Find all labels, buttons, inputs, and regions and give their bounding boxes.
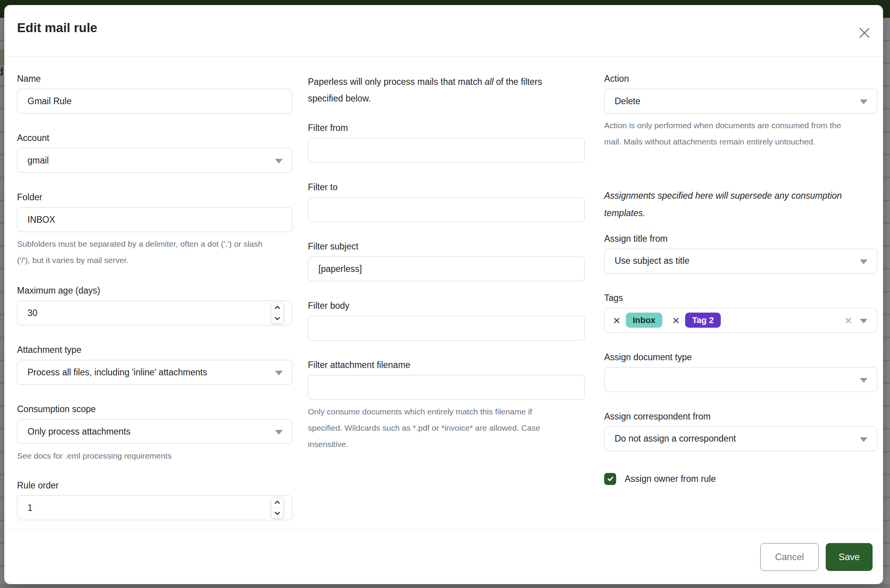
assign-document-type-group: Assign document type xyxy=(604,352,877,392)
maximum-age-label: Maximum age (days) xyxy=(17,285,292,296)
rule-order-label: Rule order xyxy=(17,480,292,491)
filter-subject-input[interactable] xyxy=(308,256,585,281)
attachment-type-select[interactable]: Process all files, including 'inline' at… xyxy=(17,360,292,385)
folder-group: Folder Subfolders must be separated by a… xyxy=(17,192,292,268)
assign-title-from-select[interactable]: Use subject as title xyxy=(604,249,877,273)
assign-owner-label: Assign owner from rule xyxy=(625,474,716,484)
attachment-type-label: Attachment type xyxy=(17,345,292,355)
filter-attachment-filename-input[interactable] xyxy=(308,375,585,400)
remove-tag-icon[interactable]: × xyxy=(613,314,620,327)
action-select-value: Delete xyxy=(615,96,640,107)
assign-title-from-group: Assign title from Use subject as title xyxy=(604,234,877,273)
filter-from-group: Filter from xyxy=(308,123,585,163)
filter-to-group: Filter to xyxy=(308,182,585,222)
tags-select[interactable]: × Inbox × Tag 2 × xyxy=(604,308,877,333)
modal-footer: Cancel Save xyxy=(4,529,883,584)
filter-subject-group: Filter subject xyxy=(308,241,585,281)
assign-correspondent-from-label: Assign correspondent from xyxy=(604,411,877,422)
assign-document-type-select[interactable] xyxy=(604,367,877,392)
chevron-down-icon xyxy=(860,319,868,323)
chevron-down-icon xyxy=(275,371,283,375)
action-label: Action xyxy=(604,74,877,84)
rule-order-input[interactable] xyxy=(17,495,292,520)
chevron-down-icon xyxy=(860,100,868,104)
chevron-down-icon xyxy=(860,260,868,264)
filter-attachment-filename-help: Only consume documents which entirely ma… xyxy=(308,404,562,452)
remove-tag-icon[interactable]: × xyxy=(672,314,680,327)
filter-body-group: Filter body xyxy=(308,301,585,340)
attachment-type-group: Attachment type Process all files, inclu… xyxy=(17,345,292,385)
assign-document-type-label: Assign document type xyxy=(604,352,877,363)
folder-label: Folder xyxy=(17,192,292,203)
close-icon xyxy=(857,25,872,41)
filter-to-input[interactable] xyxy=(308,197,585,222)
consumption-scope-select[interactable]: Only process attachments xyxy=(17,419,292,444)
folder-input[interactable] xyxy=(17,207,292,232)
rule-order-stepper[interactable] xyxy=(271,497,284,519)
name-group: Name xyxy=(17,74,292,113)
filter-to-label: Filter to xyxy=(308,182,585,193)
filters-intro: Paperless will only process mails that m… xyxy=(308,74,579,107)
attachment-type-select-value: Process all files, including 'inline' at… xyxy=(27,367,207,378)
filter-from-input[interactable] xyxy=(308,138,585,163)
chevron-down-icon xyxy=(275,159,283,163)
rule-order-group: Rule order xyxy=(17,480,292,520)
backdrop-edge-text: d xyxy=(0,65,3,78)
account-group: Account gmail xyxy=(17,133,292,173)
assign-correspondent-from-group: Assign correspondent from Do not assign … xyxy=(604,411,877,451)
assign-title-from-label: Assign title from xyxy=(604,234,877,244)
filters-intro-italic: all xyxy=(485,77,493,87)
account-label: Account xyxy=(17,133,292,143)
chevron-down-icon xyxy=(860,437,868,442)
assign-owner-checkbox[interactable] xyxy=(604,473,616,485)
assign-correspondent-from-select-value: Do not assign a correspondent xyxy=(615,433,736,444)
stepper-down-icon[interactable] xyxy=(271,313,283,324)
filter-attachment-filename-group: Filter attachment filename Only consume … xyxy=(308,360,585,452)
tags-group: Tags × Inbox × Tag 2 × xyxy=(604,293,877,333)
filters-intro-prefix: Paperless will only process mails that m… xyxy=(308,77,485,87)
assignments-note: Assignments specified here will supersed… xyxy=(604,187,871,222)
edit-mail-rule-modal: Edit mail rule Name Account gmail xyxy=(4,5,883,584)
save-button[interactable]: Save xyxy=(826,543,873,571)
maximum-age-stepper[interactable] xyxy=(271,302,284,324)
name-label: Name xyxy=(17,74,292,84)
action-help: Action is only performed when documents … xyxy=(604,117,852,150)
tag-pill-tag2: Tag 2 xyxy=(685,313,721,328)
cancel-button[interactable]: Cancel xyxy=(760,543,819,571)
column-filters: Paperless will only process mails that m… xyxy=(308,74,585,529)
filter-from-label: Filter from xyxy=(308,123,585,133)
assign-correspondent-from-select[interactable]: Do not assign a correspondent xyxy=(604,426,877,451)
stepper-up-icon[interactable] xyxy=(271,497,283,508)
name-input[interactable] xyxy=(17,89,292,113)
maximum-age-group: Maximum age (days) xyxy=(17,285,292,325)
filter-attachment-filename-label: Filter attachment filename xyxy=(308,360,585,370)
maximum-age-wrap xyxy=(17,301,292,325)
stepper-up-icon[interactable] xyxy=(271,303,283,313)
assign-title-from-select-value: Use subject as title xyxy=(615,256,689,266)
action-group: Action Delete Action is only performed w… xyxy=(604,74,877,150)
action-select[interactable]: Delete xyxy=(604,89,877,113)
maximum-age-input[interactable] xyxy=(17,301,292,325)
account-select-value: gmail xyxy=(27,155,49,166)
assign-owner-row: Assign owner from rule xyxy=(604,473,877,485)
column-action: Action Delete Action is only performed w… xyxy=(604,74,877,529)
filter-body-input[interactable] xyxy=(308,316,585,340)
modal-title: Edit mail rule xyxy=(17,21,97,35)
clear-tags-icon[interactable]: × xyxy=(845,314,852,327)
column-general: Name Account gmail Folder Subfolders mus… xyxy=(17,74,292,529)
modal-header: Edit mail rule xyxy=(4,5,883,57)
backdrop-bottom-strip xyxy=(0,584,890,588)
stepper-down-icon[interactable] xyxy=(271,508,283,519)
filter-body-label: Filter body xyxy=(308,301,585,311)
tag-pill-inbox: Inbox xyxy=(626,313,663,328)
close-button[interactable] xyxy=(857,25,872,41)
checkmark-icon xyxy=(607,475,614,482)
chevron-down-icon xyxy=(860,378,868,383)
filter-subject-label: Filter subject xyxy=(308,241,585,252)
consumption-scope-select-value: Only process attachments xyxy=(27,426,131,437)
chevron-down-icon xyxy=(275,430,283,435)
rule-order-wrap xyxy=(17,495,292,520)
account-select[interactable]: gmail xyxy=(17,148,292,173)
folder-help: Subfolders must be separated by a delimi… xyxy=(17,236,269,268)
tags-label: Tags xyxy=(604,293,877,303)
